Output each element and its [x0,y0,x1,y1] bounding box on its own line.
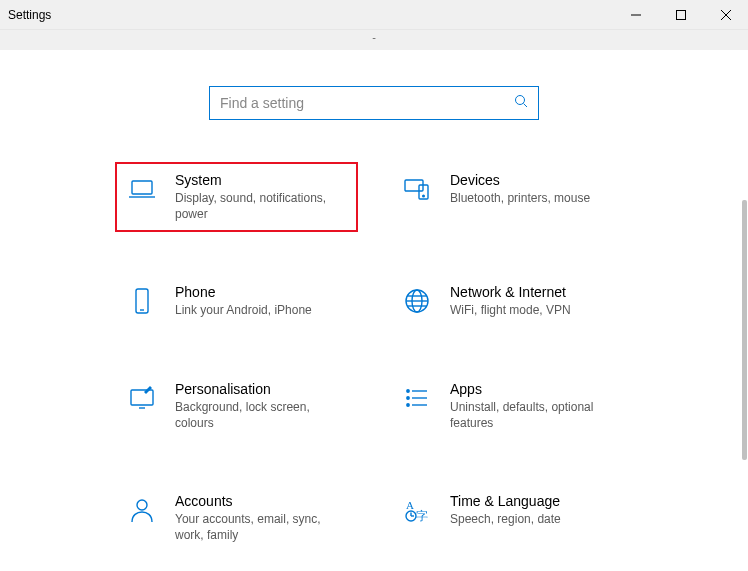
minimize-icon [631,10,641,20]
phone-icon [125,284,159,318]
tile-text: Devices Bluetooth, printers, mouse [450,172,590,206]
search-box[interactable] [209,86,539,120]
tile-title: Network & Internet [450,284,571,300]
tile-desc: WiFi, flight mode, VPN [450,302,571,318]
maximize-button[interactable] [658,0,703,30]
tile-text: System Display, sound, notifications, po… [175,172,348,222]
svg-text:A: A [406,499,414,511]
close-button[interactable] [703,0,748,30]
titlebar: Settings [0,0,748,30]
tile-desc: Uninstall, defaults, optional features [450,399,623,431]
personalisation-icon [125,381,159,415]
laptop-icon [125,172,159,206]
devices-icon [400,172,434,206]
tile-time-language[interactable]: A字 Time & Language Speech, region, date [394,487,629,549]
tile-title: Phone [175,284,312,300]
tile-accounts[interactable]: Accounts Your accounts, email, sync, wor… [119,487,354,549]
tile-text: Phone Link your Android, iPhone [175,284,312,318]
svg-point-4 [516,96,525,105]
tile-text: Network & Internet WiFi, flight mode, VP… [450,284,571,318]
tile-title: Apps [450,381,623,397]
search-container [0,50,748,156]
settings-grid: System Display, sound, notifications, po… [0,156,748,571]
svg-rect-18 [131,390,153,405]
window-controls [613,0,748,29]
tile-title: System [175,172,348,188]
tile-title: Accounts [175,493,348,509]
tile-desc: Speech, region, date [450,511,561,527]
svg-point-22 [407,396,409,398]
time-language-icon: A字 [400,493,434,527]
tile-text: Time & Language Speech, region, date [450,493,561,527]
tile-desc: Link your Android, iPhone [175,302,312,318]
search-input[interactable] [220,95,514,111]
svg-point-24 [407,403,409,405]
tile-system[interactable]: System Display, sound, notifications, po… [119,166,354,228]
svg-line-5 [524,104,528,108]
tile-text: Personalisation Background, lock screen,… [175,381,348,431]
tile-desc: Bluetooth, printers, mouse [450,190,590,206]
tile-title: Devices [450,172,590,188]
scrollbar-thumb[interactable] [742,200,747,460]
svg-rect-1 [676,11,685,20]
tile-text: Apps Uninstall, defaults, optional featu… [450,381,623,431]
svg-text:字: 字 [416,509,428,523]
tile-text: Accounts Your accounts, email, sync, wor… [175,493,348,543]
tile-personalisation[interactable]: Personalisation Background, lock screen,… [119,375,354,437]
window-title: Settings [0,8,51,22]
svg-point-10 [423,195,425,197]
search-icon [514,94,528,112]
tile-devices[interactable]: Devices Bluetooth, printers, mouse [394,166,629,228]
tile-network[interactable]: Network & Internet WiFi, flight mode, VP… [394,278,629,324]
apps-icon [400,381,434,415]
tile-apps[interactable]: Apps Uninstall, defaults, optional featu… [394,375,629,437]
minimize-button[interactable] [613,0,658,30]
person-icon [125,493,159,527]
tile-title: Personalisation [175,381,348,397]
content-area: System Display, sound, notifications, po… [0,50,748,571]
close-icon [721,10,731,20]
tile-desc: Background, lock screen, colours [175,399,348,431]
sub-titlebar: - [0,30,748,50]
tile-phone[interactable]: Phone Link your Android, iPhone [119,278,354,324]
tile-desc: Your accounts, email, sync, work, family [175,511,348,543]
svg-point-26 [137,500,147,510]
maximize-icon [676,10,686,20]
svg-point-20 [407,389,409,391]
svg-rect-6 [132,181,152,194]
globe-icon [400,284,434,318]
tile-title: Time & Language [450,493,561,509]
tile-desc: Display, sound, notifications, power [175,190,348,222]
